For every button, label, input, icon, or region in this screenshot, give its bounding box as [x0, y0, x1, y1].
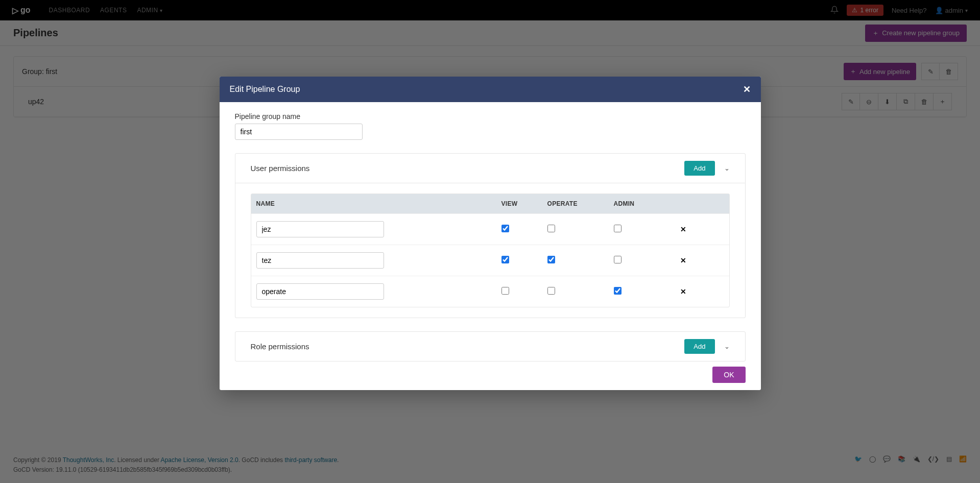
col-admin: ADMIN — [614, 200, 680, 207]
operate-checkbox[interactable] — [547, 287, 555, 295]
user-permissions-table: NAME VIEW OPERATE ADMIN ✕ — [251, 194, 730, 307]
remove-row-icon[interactable]: ✕ — [680, 256, 686, 264]
table-row: ✕ — [251, 245, 729, 276]
modal-overlay: Edit Pipeline Group ✕ Pipeline group nam… — [0, 0, 980, 483]
user-permissions-header: User permissions Add ⌄ — [235, 154, 745, 183]
modal-body: Pipeline group name User permissions Add… — [220, 102, 761, 361]
operate-checkbox[interactable] — [547, 256, 555, 263]
add-role-permission-button[interactable]: Add — [684, 339, 714, 354]
user-permissions-panel: User permissions Add ⌄ NAME VIEW OPERATE… — [235, 153, 746, 318]
view-checkbox[interactable] — [501, 256, 509, 263]
col-name: NAME — [256, 200, 501, 207]
chevron-down-icon[interactable]: ⌄ — [724, 343, 730, 350]
table-row: ✕ — [251, 276, 729, 307]
role-permissions-panel: Role permissions Add ⌄ — [235, 331, 746, 361]
group-name-input[interactable] — [235, 124, 363, 140]
table-row: ✕ — [251, 213, 729, 245]
perm-name-input[interactable] — [256, 221, 384, 237]
modal-title: Edit Pipeline Group — [230, 85, 300, 94]
user-permissions-title: User permissions — [251, 164, 310, 173]
col-view: VIEW — [501, 200, 547, 207]
remove-row-icon[interactable]: ✕ — [680, 225, 686, 233]
admin-checkbox[interactable] — [614, 225, 622, 232]
table-head: NAME VIEW OPERATE ADMIN — [251, 194, 729, 213]
modal-header: Edit Pipeline Group ✕ — [220, 77, 761, 102]
perm-name-input[interactable] — [256, 252, 384, 269]
admin-checkbox[interactable] — [614, 256, 622, 263]
group-name-label: Pipeline group name — [235, 112, 746, 120]
chevron-down-icon[interactable]: ⌄ — [724, 164, 730, 172]
modal-footer: OK — [220, 361, 761, 390]
operate-checkbox[interactable] — [547, 225, 555, 232]
remove-row-icon[interactable]: ✕ — [680, 287, 686, 296]
edit-pipeline-group-modal: Edit Pipeline Group ✕ Pipeline group nam… — [220, 77, 761, 390]
col-operate: OPERATE — [547, 200, 614, 207]
view-checkbox[interactable] — [501, 225, 509, 232]
admin-checkbox[interactable] — [614, 287, 622, 295]
add-user-permission-button[interactable]: Add — [684, 161, 714, 176]
role-permissions-title: Role permissions — [251, 342, 309, 351]
ok-button[interactable]: OK — [712, 367, 745, 383]
perm-name-input[interactable] — [256, 283, 384, 300]
role-permissions-header: Role permissions Add ⌄ — [235, 332, 745, 361]
close-icon[interactable]: ✕ — [743, 84, 751, 95]
view-checkbox[interactable] — [501, 287, 509, 295]
